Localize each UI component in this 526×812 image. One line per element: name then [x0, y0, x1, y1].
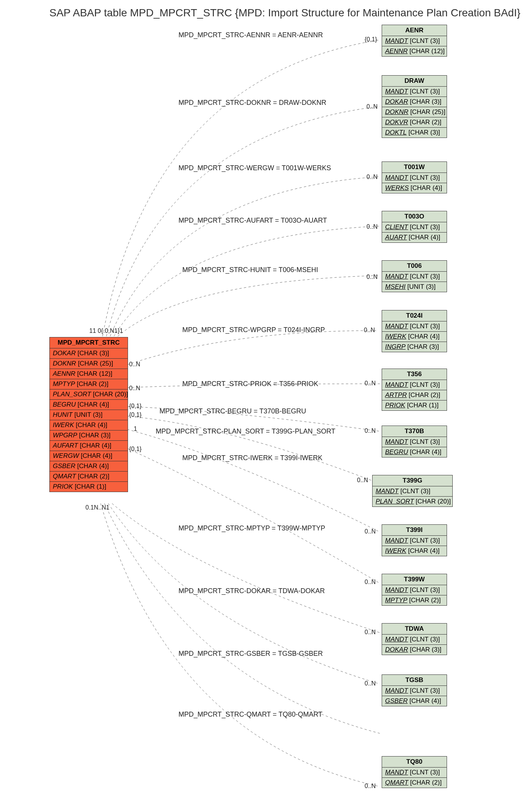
entity-field: DOKAR [CHAR (3)] — [50, 348, 128, 359]
entity-field: MPTYP [CHAR (2)] — [50, 379, 128, 389]
cardinality-right: 0..N — [366, 174, 378, 180]
relation-label: MPD_MPCRT_STRC-IWERK = T399I-IWERK — [182, 454, 322, 462]
relation-label: MPD_MPCRT_STRC-WPGRP = T024I-INGRP — [182, 326, 325, 334]
relation-label: MPD_MPCRT_STRC-HUNIT = T006-MSEHI — [182, 266, 318, 274]
cardinality-left-group: 11 0{.0,N1}1 — [89, 328, 123, 334]
relation-label: MPD_MPCRT_STRC-DOKNR = DRAW-DOKNR — [178, 99, 326, 107]
relation-label: MPD_MPCRT_STRC-AUFART = T003O-AUART — [178, 217, 327, 225]
entity-field: PLAN_SORT [CHAR (20)] — [50, 389, 128, 400]
entity-t003o: T003O CLIENT [CLNT (3)] AUART [CHAR (4)] — [382, 211, 447, 243]
entity-field: AUFART [CHAR (4)] — [50, 441, 128, 451]
relation-label: MPD_MPCRT_STRC-AENNR = AENR-AENNR — [178, 31, 323, 39]
entity-tq80: TQ80 MANDT [CLNT (3)] QMART [CHAR (2)] — [382, 756, 447, 788]
cardinality-left: 1 — [134, 426, 137, 432]
entity-field: AENNR [CHAR (12)] — [50, 369, 128, 379]
entity-draw: DRAW MANDT [CLNT (3)] DOKAR [CHAR (3)] D… — [382, 75, 447, 138]
entity-field: GSBER [CHAR (4)] — [50, 461, 128, 472]
relation-label: MPD_MPCRT_STRC-WERGW = T001W-WERKS — [178, 164, 331, 172]
cardinality-right: 0..N — [365, 783, 376, 790]
cardinality-bottom-group: 0.1N..N1 — [85, 504, 109, 511]
cardinality-right: {0,1} — [365, 36, 377, 43]
entity-field: WPGRP [CHAR (3)] — [50, 431, 128, 441]
relation-label: MPD_MPCRT_STRC-DOKAR = TDWA-DOKAR — [178, 587, 325, 595]
entity-field: WERGW [CHAR (4)] — [50, 451, 128, 461]
cardinality-left: {0,1} — [129, 412, 142, 418]
page-title: SAP ABAP table MPD_MPCRT_STRC {MPD: Impo… — [49, 7, 520, 19]
cardinality-left: {0,1} — [129, 403, 142, 410]
relation-label: MPD_MPCRT_STRC-PRIOK = T356-PRIOK — [182, 380, 318, 388]
entity-tgsb: TGSB MANDT [CLNT (3)] GSBER [CHAR (4)] — [382, 674, 447, 706]
cardinality-right: 0..N — [366, 223, 378, 230]
cardinality-right: 0..N — [365, 380, 376, 387]
cardinality-right: 0..N — [366, 274, 378, 280]
cardinality-right: 0..N — [364, 327, 375, 334]
cardinality-right: 0..N — [365, 629, 376, 636]
entity-field: IWERK [CHAR (4)] — [50, 420, 128, 431]
entity-main-header: MPD_MPCRT_STRC — [50, 337, 128, 348]
relation-label: MPD_MPCRT_STRC-BEGRU = T370B-BEGRU — [160, 407, 306, 415]
cardinality-right: 0..N — [357, 477, 368, 484]
relation-label: MPD_MPCRT_STRC-MPTYP = T399W-MPTYP — [178, 524, 325, 532]
entity-t024i: T024I MANDT [CLNT (3)] IWERK [CHAR (4)] … — [382, 310, 447, 352]
relation-label: MPD_MPCRT_STRC-GSBER = TGSB-GSBER — [178, 650, 323, 658]
cardinality-right: 0..N — [365, 528, 376, 535]
entity-main: MPD_MPCRT_STRC DOKAR [CHAR (3)] DOKNR [C… — [49, 337, 128, 492]
entity-field: QMART [CHAR (2)] — [50, 472, 128, 482]
cardinality-left: 0..N — [129, 361, 140, 368]
entity-field: HUNIT [UNIT (3)] — [50, 410, 128, 420]
entity-field: PRIOK [CHAR (1)] — [50, 482, 128, 492]
entity-t006: T006 MANDT [CLNT (3)] MSEHI [UNIT (3)] — [382, 260, 447, 292]
entity-t001w: T001W MANDT [CLNT (3)] WERKS [CHAR (4)] — [382, 161, 447, 193]
cardinality-right: 0..N — [366, 103, 378, 110]
entity-t399w: T399W MANDT [CLNT (3)] MPTYP [CHAR (2)] — [382, 574, 447, 606]
entity-field: BEGRU [CHAR (4)] — [50, 400, 128, 410]
entity-t399g: T399G MANDT [CLNT (3)] PLAN_SORT [CHAR (… — [372, 475, 453, 507]
cardinality-right: 0..N — [365, 579, 376, 586]
relation-label: MPD_MPCRT_STRC-QMART = TQ80-QMART — [178, 711, 322, 719]
cardinality-left: 0..N — [129, 385, 140, 392]
entity-t356: T356 MANDT [CLNT (3)] ARTPR [CHAR (2)] P… — [382, 369, 447, 411]
cardinality-right: 0..N — [365, 427, 376, 434]
cardinality-right: 0..N — [365, 680, 376, 687]
entity-field: DOKNR [CHAR (25)] — [50, 359, 128, 369]
relation-label: MPD_MPCRT_STRC-PLAN_SORT = T399G-PLAN_SO… — [156, 427, 335, 435]
cardinality-left: {0,1} — [129, 446, 142, 453]
entity-tdwa: TDWA MANDT [CLNT (3)] DOKAR [CHAR (3)] — [382, 623, 447, 655]
entity-t370b: T370B MANDT [CLNT (3)] BEGRU [CHAR (4)] — [382, 426, 447, 457]
entity-t399i: T399I MANDT [CLNT (3)] IWERK [CHAR (4)] — [382, 524, 447, 556]
entity-aenr: AENR MANDT [CLNT (3)] AENNR [CHAR (12)] — [382, 25, 447, 57]
